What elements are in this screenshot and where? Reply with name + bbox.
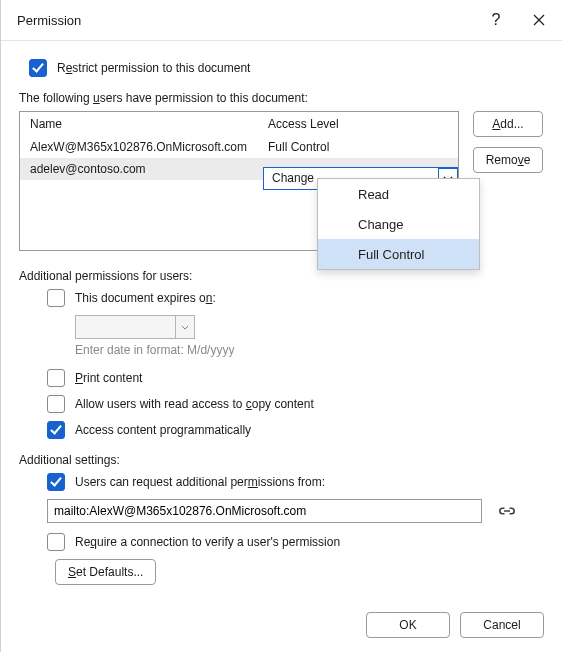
cell-user: AlexW@M365x102876.OnMicrosoft.com — [30, 140, 268, 154]
remove-button[interactable]: Remove — [473, 147, 543, 173]
verify-label: Require a connection to verify a user's … — [75, 535, 340, 549]
expires-date-input — [75, 315, 195, 339]
add-button[interactable]: Add... — [473, 111, 543, 137]
close-button[interactable] — [516, 0, 562, 40]
titlebar-buttons: ? — [476, 0, 562, 40]
cell-access: Full Control — [268, 140, 448, 154]
expires-row[interactable]: This document expires on: — [47, 289, 544, 307]
programmatic-checkbox[interactable] — [47, 421, 65, 439]
dropdown-option-fullcontrol[interactable]: Full Control — [318, 239, 479, 269]
dropdown-option-change[interactable]: Change — [318, 209, 479, 239]
additional-label: Additional permissions for users: — [19, 269, 544, 283]
question-icon: ? — [492, 11, 501, 29]
defaults-row: Set Defaults... — [55, 559, 544, 595]
date-hint: Enter date in format: M/d/yyyy — [75, 343, 544, 357]
settings-label: Additional settings: — [19, 453, 544, 467]
permission-dialog: Permission ? Restrict permission to this… — [0, 0, 562, 652]
expires-label: This document expires on: — [75, 291, 216, 305]
request-row[interactable]: Users can request additional permissions… — [47, 473, 544, 491]
table-row[interactable]: adelev@contoso.com Change — [20, 158, 458, 180]
users-side-buttons: Add... Remove — [473, 111, 543, 183]
users-section-label: The following users have permission to t… — [19, 91, 544, 105]
programmatic-row[interactable]: Access content programmatically — [47, 421, 544, 439]
table-row[interactable]: AlexW@M365x102876.OnMicrosoft.com Full C… — [20, 136, 458, 158]
additional-group: This document expires on: Enter date in … — [47, 289, 544, 439]
settings-group: Users can request additional permissions… — [47, 473, 544, 551]
date-dropdown-button — [175, 316, 194, 338]
copy-checkbox[interactable] — [47, 395, 65, 413]
restrict-row[interactable]: Restrict permission to this document — [19, 53, 544, 91]
set-defaults-button[interactable]: Set Defaults... — [55, 559, 156, 585]
ok-button[interactable]: OK — [366, 612, 450, 638]
access-level-dropdown[interactable]: Read Change Full Control — [317, 178, 480, 270]
dialog-title: Permission — [17, 13, 81, 28]
expires-checkbox[interactable] — [47, 289, 65, 307]
users-table-header: Name Access Level — [20, 112, 458, 136]
copy-row[interactable]: Allow users with read access to copy con… — [47, 395, 544, 413]
restrict-checkbox[interactable] — [29, 59, 47, 77]
link-icon[interactable] — [496, 504, 518, 518]
restrict-label: Restrict permission to this document — [57, 61, 250, 75]
close-icon — [533, 14, 545, 26]
print-label: Print content — [75, 371, 142, 385]
titlebar: Permission ? — [1, 0, 562, 41]
print-row[interactable]: Print content — [47, 369, 544, 387]
programmatic-label: Access content programmatically — [75, 423, 251, 437]
request-label: Users can request additional permissions… — [75, 475, 325, 489]
access-level-value: Change — [264, 168, 314, 189]
additional-settings: Additional settings: Users can request a… — [19, 453, 544, 595]
verify-row[interactable]: Require a connection to verify a user's … — [47, 533, 544, 551]
col-header-name[interactable]: Name — [30, 117, 268, 131]
request-url-input[interactable] — [47, 499, 482, 523]
additional-permissions: Additional permissions for users: This d… — [19, 269, 544, 439]
print-checkbox[interactable] — [47, 369, 65, 387]
dropdown-option-read[interactable]: Read — [318, 179, 479, 209]
chevron-down-icon — [181, 325, 189, 330]
verify-checkbox[interactable] — [47, 533, 65, 551]
copy-label: Allow users with read access to copy con… — [75, 397, 314, 411]
col-header-access[interactable]: Access Level — [268, 117, 448, 131]
request-checkbox[interactable] — [47, 473, 65, 491]
cancel-button[interactable]: Cancel — [460, 612, 544, 638]
expires-date-group: Enter date in format: M/d/yyyy — [75, 315, 544, 357]
request-url-row — [47, 499, 544, 523]
dialog-body: Restrict permission to this document The… — [1, 41, 562, 595]
cell-user: adelev@contoso.com — [30, 162, 268, 176]
dialog-footer: OK Cancel — [356, 612, 544, 638]
help-button[interactable]: ? — [476, 0, 516, 40]
